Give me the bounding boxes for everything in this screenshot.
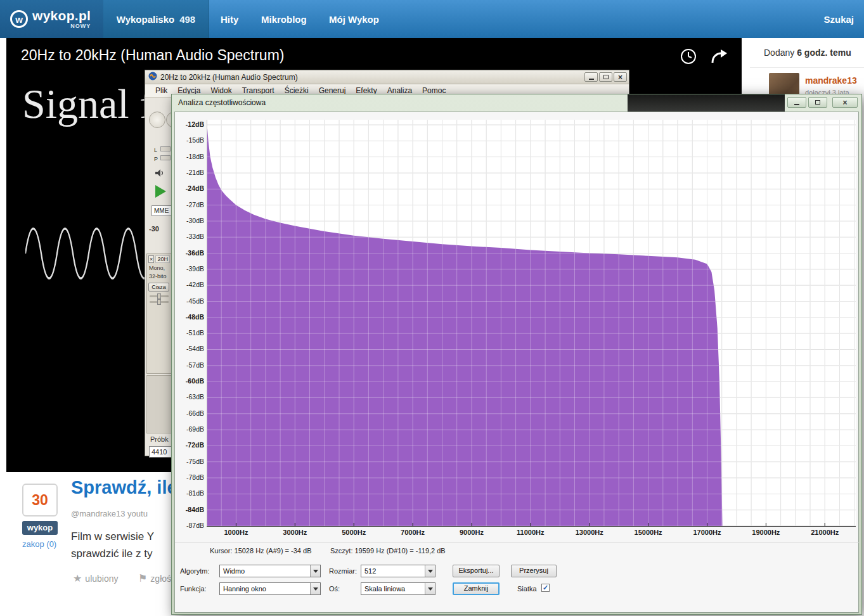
nav-item-mikroblog[interactable]: Mikroblog	[261, 0, 307, 38]
nav-item-hity[interactable]: Hity	[221, 0, 238, 38]
chevron-down-icon	[425, 583, 435, 594]
minimize-icon[interactable]	[787, 97, 806, 108]
x-tick-label: 7000Hz	[401, 529, 425, 536]
algorithm-value: Widmo	[223, 567, 245, 575]
y-tick-label: -18dB	[176, 153, 204, 160]
meter-bar	[160, 155, 171, 160]
y-tick-label: -48dB	[176, 313, 204, 321]
cursor-readout: Kursor: 15028 Hz (A#9) = -34 dB	[210, 547, 312, 555]
added-time-value: 6 godz. temu	[797, 48, 851, 58]
x-tick-label: 19000Hz	[752, 529, 780, 536]
y-tick-label: -42dB	[176, 281, 204, 288]
x-tick-label: 21000Hz	[811, 529, 839, 536]
play-icon[interactable]	[155, 185, 166, 198]
size-label: Rozmiar:	[329, 567, 357, 575]
article-title[interactable]: Sprawdź, ile	[71, 477, 177, 498]
star-icon: ★	[73, 572, 82, 584]
titlebar-glass-overlay	[628, 94, 785, 112]
brand-sub-text: NOWY	[70, 23, 91, 29]
axis-label: Oś:	[329, 585, 340, 593]
added-time: Dodany 6 godz. temu	[764, 48, 851, 58]
nav-tab-wykopalisko[interactable]: Wykopalisko 498	[103, 0, 209, 38]
close-icon[interactable]: ×	[832, 97, 858, 108]
added-prefix: Dodany	[764, 48, 794, 58]
wykop-logo[interactable]: w wykop.pl NOWY	[0, 0, 103, 38]
close-dialog-button[interactable]: Zamknij	[453, 582, 500, 595]
track-name: 20H	[155, 255, 170, 263]
axis-select[interactable]: Skala liniowa	[361, 582, 435, 595]
y-tick-label: -63dB	[176, 393, 204, 401]
peak-readout: Szczyt: 19599 Hz (D#10) = -119,2 dB	[330, 547, 446, 555]
grid-label: Siatka	[517, 585, 537, 593]
y-tick-label: -21dB	[176, 169, 204, 176]
waveform-graphic	[25, 219, 152, 291]
favorite-button[interactable]: ★ ulubiony	[73, 572, 119, 584]
x-tick-label: 5000Hz	[342, 529, 366, 536]
track-ruler-area	[146, 375, 172, 433]
mute-button[interactable]: Cisza	[148, 283, 169, 292]
export-button[interactable]: Eksportuj...	[453, 565, 500, 577]
device-value: MME	[154, 207, 169, 214]
transport-button[interactable]	[149, 112, 165, 128]
audacity-titlebar[interactable]: 20Hz to 20kHz (Human Audio Spectrum) ×	[145, 70, 629, 84]
search-link[interactable]: Szukaj	[823, 0, 854, 38]
spectrum-plot[interactable]	[207, 120, 856, 527]
maximize-icon[interactable]	[808, 97, 827, 108]
flag-icon: ⚑	[138, 572, 147, 584]
meter-bar	[160, 146, 171, 151]
y-tick-label: -36dB	[176, 249, 204, 257]
nav-item-moj-wykop[interactable]: Mój Wykop	[329, 0, 379, 38]
y-tick-label: -24dB	[176, 184, 204, 192]
track-close-icon[interactable]: ×	[148, 255, 154, 263]
bury-link[interactable]: zakop (0)	[22, 539, 67, 549]
y-tick-label: -66dB	[176, 409, 204, 417]
size-select[interactable]: 512	[361, 565, 435, 577]
user-name[interactable]: mandrake13	[805, 75, 857, 86]
meter-right-label: P	[154, 156, 158, 162]
favorite-label: ulubiony	[85, 574, 118, 584]
samplerate-select[interactable]: 4410	[149, 446, 172, 458]
vote-score: 30	[22, 484, 58, 517]
track-panel: × 20H Mono, 32-bito Cisza	[146, 253, 172, 374]
y-tick-label: -69dB	[176, 425, 204, 433]
spectrum-plot-area: -12dB-15dB-18dB-21dB-24dB-27dB-30dB-33dB…	[175, 112, 860, 541]
audacity-window-title: 20Hz to 20kHz (Human Audio Spectrum)	[160, 73, 298, 82]
frequency-analysis-window: Analiza częstotliwościowa × -12dB-15dB-1…	[171, 94, 862, 615]
algorithm-select[interactable]: Widmo	[219, 565, 321, 577]
report-label: zgłoś	[150, 574, 171, 584]
function-select[interactable]: Hanning okno	[219, 582, 321, 595]
y-tick-label: -54dB	[176, 345, 204, 352]
maximize-icon[interactable]	[599, 72, 612, 82]
x-tick-label: 13000Hz	[576, 529, 603, 536]
article-body-line: sprawdzić ile z ty	[71, 548, 152, 560]
x-tick-label: 1000Hz	[224, 529, 248, 536]
fa-content: -12dB-15dB-18dB-21dB-24dB-27dB-30dB-33dB…	[174, 112, 859, 613]
y-tick-label: -45dB	[176, 297, 204, 305]
pan-slider[interactable]	[150, 301, 169, 303]
dig-button[interactable]: wykop	[22, 521, 58, 535]
y-tick-label: -60dB	[176, 377, 204, 385]
gain-slider[interactable]	[150, 295, 169, 297]
y-tick-label: -33dB	[176, 233, 204, 240]
fa-titlebar[interactable]: Analiza częstotliwościowa ×	[172, 94, 861, 112]
x-tick-label: 11000Hz	[517, 529, 544, 536]
chevron-down-icon	[310, 565, 320, 577]
size-value: 512	[364, 567, 376, 575]
grid-checkbox[interactable]: ✓	[541, 584, 550, 592]
article-body-line: Film w serwisie Y	[71, 530, 154, 543]
y-tick-label: -75dB	[176, 458, 204, 465]
share-icon[interactable]	[710, 48, 728, 67]
minimize-icon[interactable]	[584, 72, 598, 82]
track-info: Mono,	[147, 264, 171, 273]
samplerate-value: 4410	[152, 448, 167, 456]
axis-value: Skala liniowa	[364, 585, 405, 593]
report-button[interactable]: ⚑ zgłoś	[138, 572, 171, 584]
x-tick-label: 17000Hz	[693, 529, 721, 536]
article-meta: @mandrake13 youtu	[71, 509, 148, 518]
chevron-down-icon	[310, 583, 320, 594]
close-icon[interactable]: ×	[614, 72, 627, 82]
replot-button[interactable]: Przerysuj	[511, 565, 557, 577]
y-tick-label: -12dB	[176, 120, 204, 128]
menu-item-plik[interactable]: Plik	[150, 85, 172, 96]
clock-icon[interactable]	[680, 48, 697, 67]
